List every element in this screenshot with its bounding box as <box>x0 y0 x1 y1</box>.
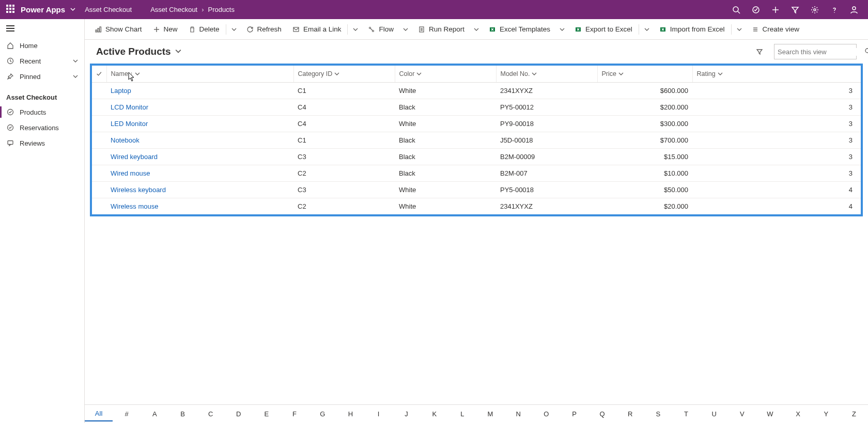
app-launcher-icon[interactable] <box>6 5 17 15</box>
row-name-link[interactable]: Wired mouse <box>111 169 150 177</box>
brand-chevron-icon[interactable] <box>70 6 75 13</box>
row-name-link[interactable]: Wireless mouse <box>111 202 158 210</box>
alpha-item[interactable]: X <box>784 407 812 421</box>
import-excel-button[interactable]: Import from Excel <box>654 19 730 40</box>
task-icon[interactable] <box>746 0 766 19</box>
alpha-item[interactable]: D <box>225 407 253 421</box>
alpha-item[interactable]: F <box>281 407 308 421</box>
view-selector-chevron-icon[interactable] <box>175 48 181 56</box>
nav-pinned[interactable]: Pinned <box>0 69 84 84</box>
export-excel-button[interactable]: Export to Excel <box>569 19 638 40</box>
alpha-item[interactable]: L <box>448 407 476 421</box>
column-header-category[interactable]: Category ID <box>293 66 395 82</box>
table-row[interactable]: LCD MonitorC4BlackPY5-00012$200.0003 <box>92 99 861 115</box>
chevron-down-icon[interactable] <box>73 57 78 65</box>
nav-reviews[interactable]: Reviews <box>0 135 84 151</box>
alpha-item[interactable]: W <box>756 407 784 421</box>
alpha-item[interactable]: A <box>141 407 168 421</box>
add-icon[interactable] <box>766 0 785 19</box>
search-icon[interactable] <box>726 0 746 19</box>
row-name-link[interactable]: Notebook <box>111 136 140 144</box>
alpha-item[interactable]: All <box>85 406 113 421</box>
alpha-item[interactable]: V <box>728 407 756 421</box>
row-select[interactable] <box>92 99 106 115</box>
alpha-item[interactable]: Z <box>840 407 868 421</box>
run-report-button[interactable]: Run Report <box>412 19 470 40</box>
nav-home[interactable]: Home <box>0 38 84 53</box>
alpha-item[interactable]: M <box>476 407 504 421</box>
filter-icon[interactable] <box>785 0 805 19</box>
report-dropdown[interactable] <box>470 27 483 32</box>
table-row[interactable]: Wired mouseC2BlackB2M-007$10.0003 <box>92 165 861 181</box>
account-icon[interactable] <box>844 0 864 19</box>
breadcrumb-root[interactable]: Asset Checkout <box>85 6 132 13</box>
row-select[interactable] <box>92 148 106 165</box>
column-header-price[interactable]: Price <box>597 66 692 82</box>
row-select[interactable] <box>92 181 106 198</box>
nav-recent[interactable]: Recent <box>0 53 84 69</box>
select-all-header[interactable] <box>92 66 106 82</box>
alpha-item[interactable]: H <box>336 407 364 421</box>
alpha-item[interactable]: S <box>644 407 672 421</box>
nav-products[interactable]: Products <box>0 104 84 120</box>
alpha-item[interactable]: O <box>532 407 560 421</box>
alpha-item[interactable]: N <box>504 407 532 421</box>
flow-button[interactable]: Flow <box>362 19 399 40</box>
table-row[interactable]: LED MonitorC4WhitePY9-00018$300.0003 <box>92 115 861 132</box>
flow-dropdown[interactable] <box>399 27 412 32</box>
row-select[interactable] <box>92 198 106 214</box>
alpha-item[interactable]: U <box>700 407 728 421</box>
alpha-item[interactable]: T <box>672 407 700 421</box>
search-input-wrapper[interactable] <box>774 44 857 59</box>
column-header-model[interactable]: Model No. <box>496 66 597 82</box>
row-select[interactable] <box>92 115 106 132</box>
chevron-down-icon[interactable] <box>73 73 78 81</box>
alpha-item[interactable]: Q <box>588 407 616 421</box>
row-select[interactable] <box>92 132 106 148</box>
help-icon[interactable] <box>825 0 844 19</box>
alpha-item[interactable]: R <box>616 407 644 421</box>
alpha-item[interactable]: I <box>364 407 392 421</box>
show-chart-button[interactable]: Show Chart <box>89 19 147 40</box>
search-icon[interactable] <box>864 48 868 56</box>
alpha-item[interactable]: C <box>197 407 225 421</box>
table-row[interactable]: LaptopC1White2341XYXZ$600.0003 <box>92 82 861 99</box>
row-name-link[interactable]: Wireless keyboard <box>111 186 166 194</box>
row-name-link[interactable]: LED Monitor <box>111 120 148 128</box>
table-row[interactable]: Wireless keyboardC3WhitePY5-00018$50.000… <box>92 181 861 198</box>
alpha-item[interactable]: # <box>113 407 141 421</box>
table-row[interactable]: NotebookC1BlackJ5D-00018$700.0003 <box>92 132 861 148</box>
breadcrumb-item[interactable]: Asset Checkout <box>150 6 197 13</box>
table-row[interactable]: Wireless mouseC2White2341XYXZ$20.0004 <box>92 198 861 214</box>
refresh-button[interactable]: Refresh <box>241 19 287 40</box>
column-header-rating[interactable]: Rating <box>692 66 861 82</box>
alpha-item[interactable]: G <box>308 407 336 421</box>
row-select[interactable] <box>92 165 106 181</box>
hamburger-icon[interactable] <box>0 19 84 38</box>
table-row[interactable]: Wired keyboardC3BlackB2M-00009$15.0003 <box>92 148 861 165</box>
export-excel-dropdown[interactable] <box>640 27 654 32</box>
email-link-button[interactable]: Email a Link <box>287 19 347 40</box>
excel-templates-dropdown[interactable] <box>555 27 569 32</box>
alpha-item[interactable]: J <box>393 407 421 421</box>
nav-reservations[interactable]: Reservations <box>0 120 84 135</box>
email-dropdown[interactable] <box>349 27 362 32</box>
create-view-button[interactable]: Create view <box>746 19 804 40</box>
row-name-link[interactable]: LCD Monitor <box>111 103 148 111</box>
alpha-item[interactable]: P <box>560 407 588 421</box>
brand-label[interactable]: Power Apps <box>21 5 65 14</box>
alpha-item[interactable]: B <box>168 407 196 421</box>
filter-button[interactable] <box>752 44 767 59</box>
delete-button[interactable]: Delete <box>183 19 225 40</box>
column-header-name[interactable]: Name↑ <box>106 66 293 82</box>
import-excel-dropdown[interactable] <box>733 27 746 32</box>
alpha-item[interactable]: K <box>421 407 448 421</box>
column-header-color[interactable]: Color <box>395 66 496 82</box>
row-name-link[interactable]: Wired keyboard <box>111 153 158 161</box>
delete-dropdown[interactable] <box>227 27 241 32</box>
excel-templates-button[interactable]: Excel Templates <box>483 19 555 40</box>
row-name-link[interactable]: Laptop <box>111 87 131 95</box>
new-button[interactable]: New <box>147 19 183 40</box>
settings-icon[interactable] <box>805 0 825 19</box>
alpha-item[interactable]: Y <box>812 407 840 421</box>
